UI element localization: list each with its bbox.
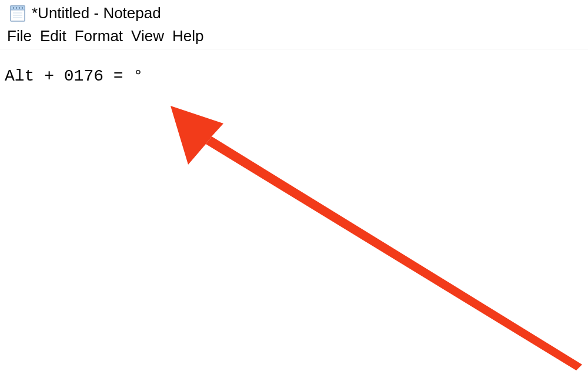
menu-help[interactable]: Help — [169, 27, 207, 45]
menu-format[interactable]: Format — [71, 27, 126, 45]
menu-file[interactable]: File — [4, 27, 35, 45]
svg-point-2 — [13, 7, 14, 8]
menu-view[interactable]: View — [128, 27, 168, 45]
window-title: *Untitled - Notepad — [32, 4, 161, 22]
svg-point-4 — [19, 7, 20, 8]
svg-point-3 — [16, 7, 17, 8]
notepad-icon — [8, 4, 27, 22]
menu-edit[interactable]: Edit — [36, 27, 70, 45]
svg-point-5 — [22, 7, 23, 8]
text-editor[interactable]: Alt + 0176 = ° — [0, 49, 588, 372]
editor-content: Alt + 0176 = ° — [5, 67, 143, 85]
titlebar: *Untitled - Notepad — [0, 0, 588, 25]
menubar: File Edit Format View Help — [0, 25, 588, 49]
